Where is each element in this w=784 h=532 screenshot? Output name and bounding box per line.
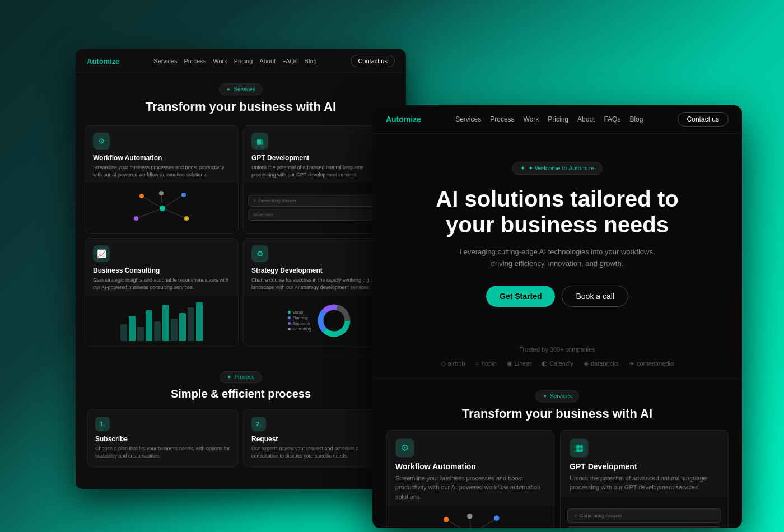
- front-workflow-title: Workflow Automation: [395, 462, 545, 471]
- book-call-button[interactable]: Book a call: [562, 286, 628, 307]
- hero-subtitle: Leveraging cutting-edge AI technologies …: [395, 246, 720, 270]
- front-services-header: ✦ Services Transform your business with …: [386, 390, 729, 421]
- contentmedia-label: contentmedia: [637, 360, 674, 367]
- legend-consulting: Consulting: [288, 327, 311, 331]
- front-gpt-title: GPT Development: [570, 462, 719, 471]
- logo-databricks: ◈ databricks: [584, 360, 619, 367]
- front-workflow-desc: Streamline your business processes and b…: [395, 474, 545, 502]
- front-nav-about[interactable]: About: [577, 115, 595, 123]
- bar-2: [129, 316, 136, 341]
- services-badge-text: Services: [234, 86, 255, 92]
- legend-label-planning: Planning: [292, 316, 307, 320]
- legend-execution: Execution: [288, 321, 311, 325]
- card-workflow-top: ⚙ Workflow Automation Streamline your bu…: [85, 126, 238, 183]
- get-started-button[interactable]: Get Started: [486, 286, 555, 307]
- donut-chart-svg: [316, 302, 352, 339]
- nav-link-faqs[interactable]: FAQs: [282, 58, 298, 64]
- gpt-placeholder: Write here...: [253, 212, 277, 217]
- contentmedia-icon: ❧: [629, 360, 634, 367]
- front-gpt-icon-box: ▦: [570, 438, 589, 458]
- logo-hopin: ○ hopin: [475, 360, 496, 367]
- front-node-1: [444, 517, 449, 522]
- process-badge: ✦ Process: [87, 371, 395, 383]
- legend-dot-planning: [288, 316, 291, 319]
- back-logo: Automize: [87, 57, 120, 66]
- legend-label-consulting: Consulting: [292, 327, 311, 331]
- hero-main-title: AI solutions tailored to your business n…: [395, 186, 720, 237]
- front-nav-blog[interactable]: Blog: [629, 115, 643, 123]
- bar-8: [179, 313, 186, 341]
- svg-line-3: [162, 208, 186, 218]
- nav-link-blog[interactable]: Blog: [305, 58, 317, 64]
- front-gpt-desc: Unlock the potential of advanced natural…: [570, 474, 719, 492]
- step-2-num: 2.: [251, 417, 266, 431]
- back-nav: Automize Services Process Work Pricing A…: [76, 49, 406, 73]
- linear-label: Linear: [515, 360, 532, 367]
- donut-legend: Vision Planning Execution Consultin: [288, 310, 311, 331]
- nav-link-services[interactable]: Services: [153, 58, 177, 64]
- calendly-label: Calendly: [549, 360, 573, 367]
- nav-link-work[interactable]: Work: [213, 58, 227, 64]
- nav-link-about[interactable]: About: [259, 58, 276, 64]
- bar-10: [196, 302, 203, 341]
- nav-link-process[interactable]: Process: [184, 58, 206, 64]
- card-consulting-title: Business Consulting: [93, 267, 230, 274]
- card-workflow-desc: Streamline your business processes and b…: [93, 164, 230, 178]
- spark-icon: ✦: [226, 87, 231, 92]
- step-1-title: Subscribe: [95, 435, 230, 443]
- back-contact-button[interactable]: Contact us: [351, 55, 395, 67]
- logo-contentmedia: ❧ contentmedia: [629, 360, 674, 367]
- hopin-label: hopin: [482, 360, 497, 367]
- front-logo-accent: Auto: [386, 115, 404, 124]
- front-contact-button[interactable]: Contact us: [678, 112, 729, 127]
- front-nav-faqs[interactable]: FAQs: [604, 115, 620, 123]
- svg-line-1: [162, 195, 184, 208]
- front-gpt-generating: ✧ Generating Answer: [573, 513, 622, 519]
- svg-line-0: [142, 196, 162, 208]
- front-card-workflow-top: ⚙ Workflow Automation Streamline your bu…: [386, 431, 554, 506]
- step-subscribe: 1. Subscribe Choose a plan that fits you…: [87, 409, 239, 466]
- process-spark-icon: ✦: [227, 374, 231, 380]
- bar-3: [137, 327, 144, 341]
- card-workflow-visual: [85, 183, 238, 233]
- process-steps: 1. Subscribe Choose a plan that fits you…: [87, 409, 395, 466]
- linear-icon: ◉: [507, 360, 512, 367]
- bar-6: [162, 305, 169, 341]
- card-gpt-icon: ▦: [251, 133, 268, 150]
- legend-dot-consulting: [288, 328, 291, 330]
- hero-title-line2: your business needs: [446, 212, 669, 237]
- airbnb-icon: ◇: [441, 360, 446, 367]
- logo-calendly: ◐ Calendly: [542, 360, 573, 367]
- card-consulting-visual: [85, 295, 238, 346]
- card-consulting-icon: 📈: [93, 245, 110, 262]
- front-services-title: Transform your business with AI: [386, 407, 729, 421]
- front-gpt-write: Write here... ➤: [567, 526, 721, 528]
- card-gpt-desc: Unlock the potential of advanced natural…: [251, 164, 389, 178]
- welcome-badge-text: ✦ Welcome to Automize: [528, 165, 594, 172]
- back-nav-links: Services Process Work Pricing About FAQs…: [153, 58, 316, 64]
- company-logos: ◇ airbnb ○ hopin ◉ Linear ◐ Calendly ◈ d…: [389, 360, 725, 367]
- airbnb-label: airbnb: [448, 360, 465, 367]
- front-nav-process[interactable]: Process: [490, 115, 514, 123]
- front-nav-work[interactable]: Work: [524, 115, 539, 123]
- bar-4: [146, 310, 152, 341]
- front-nav-pricing[interactable]: Pricing: [548, 115, 568, 123]
- front-window: Automize Services Process Work Pricing A…: [372, 105, 742, 528]
- card-strategy-desc: Chart a course for success in the rapidl…: [251, 277, 389, 291]
- back-cards-grid: ⚙ Workflow Automation Streamline your bu…: [76, 125, 406, 355]
- front-services-badge: ✦ Services: [535, 390, 578, 402]
- donut-container: Vision Planning Execution Consultin: [283, 298, 356, 343]
- card-workflow: ⚙ Workflow Automation Streamline your bu…: [85, 125, 239, 234]
- nav-link-pricing[interactable]: Pricing: [234, 58, 253, 64]
- front-nav-services[interactable]: Services: [455, 115, 481, 123]
- bar-5: [154, 321, 161, 341]
- legend-planning: Planning: [288, 316, 311, 320]
- front-workflow-nodes: [430, 510, 511, 528]
- process-badge-text: Process: [234, 374, 254, 380]
- hero-title-line1: AI solutions tailored to: [436, 186, 678, 211]
- bar-1: [120, 324, 127, 341]
- process-title: Simple & efficient process: [87, 388, 395, 400]
- logo-suffix: mize: [104, 57, 120, 66]
- step-2-title: Request: [251, 435, 386, 443]
- node-4: [184, 216, 189, 221]
